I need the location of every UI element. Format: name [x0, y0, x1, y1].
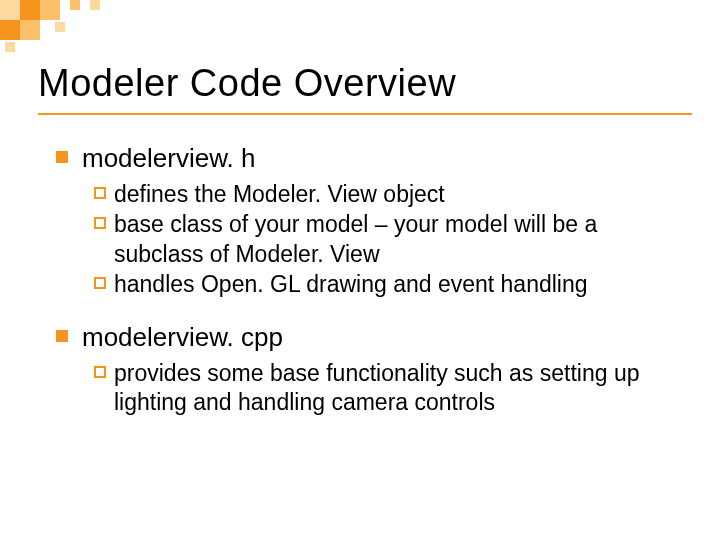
list-item-text: defines the Modeler. View object [114, 180, 680, 209]
list-item-text: base class of your model – your model wi… [114, 210, 680, 269]
section-heading: modelerview. cpp [82, 322, 283, 353]
list-item: base class of your model – your model wi… [94, 210, 680, 269]
bullet-square-hollow-icon [94, 187, 106, 199]
bullet-square-hollow-icon [94, 217, 106, 229]
list-item: provides some base functionality such as… [94, 359, 680, 418]
list-item: defines the Modeler. View object [94, 180, 680, 209]
bullet-square-hollow-icon [94, 366, 106, 378]
slide-content: modelerview. h defines the Modeler. View… [0, 115, 720, 418]
section-heading: modelerview. h [82, 143, 255, 174]
section: modelerview. h defines the Modeler. View… [56, 143, 680, 300]
bullet-square-solid-icon [56, 151, 68, 163]
list-item-text: handles Open. GL drawing and event handl… [114, 270, 680, 299]
list-item: handles Open. GL drawing and event handl… [94, 270, 680, 299]
corner-decoration [0, 0, 160, 50]
bullet-square-solid-icon [56, 330, 68, 342]
section: modelerview. cpp provides some base func… [56, 322, 680, 418]
bullet-square-hollow-icon [94, 277, 106, 289]
list-item-text: provides some base functionality such as… [114, 359, 680, 418]
